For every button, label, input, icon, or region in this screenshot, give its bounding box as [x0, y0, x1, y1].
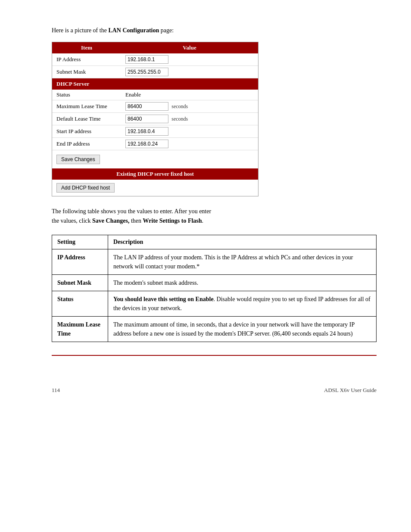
value-subnet-mask	[121, 66, 258, 78]
following-line1: The following table shows you the values…	[52, 208, 211, 215]
save-changes-bold: Save Changes,	[92, 218, 129, 224]
lan-config-screenshot: Item Value IP Address Subnet Mask DHCP S…	[52, 42, 258, 196]
intro-bold: LAN Configuration	[108, 27, 159, 34]
col-description: Description	[108, 235, 377, 249]
label-start-ip: Start IP address	[52, 125, 121, 138]
dhcp-section-header: DHCP Server	[52, 78, 258, 90]
desc-ip-address: The LAN IP address of your modem. This i…	[108, 249, 377, 274]
save-changes-button[interactable]: Save Changes	[56, 155, 100, 164]
intro-suffix: page:	[159, 27, 174, 34]
save-changes-area: Save Changes	[52, 150, 258, 168]
table-row: Subnet Mask The modem's subnet mask addr…	[52, 274, 377, 291]
setting-max-lease-time: Maximum Lease Time	[52, 316, 108, 342]
input-default-lease[interactable]	[125, 115, 168, 123]
desc-status: You should leave this setting on Enable.…	[108, 291, 377, 316]
label-end-ip: End IP address	[52, 138, 121, 150]
following-paragraph: The following table shows you the values…	[52, 207, 377, 226]
status-bold: You should leave this setting on Enable	[113, 296, 214, 302]
setting-status: Status	[52, 291, 108, 316]
value-end-ip	[121, 138, 258, 150]
table-row: Status You should leave this setting on …	[52, 291, 377, 316]
label-default-lease: Default Lease Time	[52, 113, 121, 125]
table-row: Maximum Lease Time The maximum amount of…	[52, 316, 377, 342]
dhcp-header-label: DHCP Server	[52, 78, 258, 90]
header-item: Item	[52, 42, 121, 53]
write-settings-bold: Write Settings to Flash	[143, 218, 202, 224]
fixed-host-area: Add DHCP fixed host	[52, 180, 258, 196]
fixed-host-header: Existing DHCP server fixed host	[52, 168, 258, 180]
seconds-label-max: seconds	[171, 103, 188, 109]
table-row: Default Lease Time seconds	[52, 113, 258, 125]
input-start-ip[interactable]	[125, 127, 168, 136]
label-status: Status	[52, 90, 121, 100]
table-row: Status Enable	[52, 90, 258, 100]
value-status: Enable	[121, 90, 258, 100]
table-row: IP Address	[52, 53, 258, 66]
input-subnet-mask[interactable]	[125, 68, 168, 76]
value-default-lease: seconds	[121, 113, 258, 125]
setting-ip-address: IP Address	[52, 249, 108, 274]
table-header-row: Item Value	[52, 42, 258, 53]
add-dhcp-fixed-host-button[interactable]: Add DHCP fixed host	[56, 183, 115, 193]
page-footer: 114 ADSL X6v User Guide	[52, 383, 377, 394]
label-ip-address: IP Address	[52, 53, 121, 66]
intro-prefix: Here is a picture of the	[52, 27, 108, 34]
value-ip-address	[121, 53, 258, 66]
value-max-lease: seconds	[121, 100, 258, 113]
following-line2: the values, click Save Changes, then Wri…	[52, 218, 203, 224]
table-row: Start IP address	[52, 125, 258, 138]
description-table: Setting Description IP Address The LAN I…	[52, 235, 377, 342]
table-row: IP Address The LAN IP address of your mo…	[52, 249, 377, 274]
desc-table-header-row: Setting Description	[52, 235, 377, 249]
intro-paragraph: Here is a picture of the LAN Configurati…	[52, 26, 377, 35]
table-row: Maximum Lease Time seconds	[52, 100, 258, 113]
label-max-lease: Maximum Lease Time	[52, 100, 121, 113]
header-value: Value	[121, 42, 258, 53]
desc-max-lease-time: The maximum amount of time, in seconds, …	[108, 316, 377, 342]
label-subnet-mask: Subnet Mask	[52, 66, 121, 78]
input-max-lease[interactable]	[125, 102, 168, 111]
input-ip-address[interactable]	[125, 55, 168, 64]
setting-subnet-mask: Subnet Mask	[52, 274, 108, 291]
guide-title: ADSL X6v User Guide	[324, 387, 377, 394]
table-row: End IP address	[52, 138, 258, 150]
desc-subnet-mask: The modem's subnet mask address.	[108, 274, 377, 291]
footer-divider: 114 ADSL X6v User Guide	[52, 355, 377, 394]
value-start-ip	[121, 125, 258, 138]
seconds-label-default: seconds	[171, 116, 188, 122]
table-row: Subnet Mask	[52, 66, 258, 78]
page-number: 114	[52, 387, 60, 394]
lan-config-table: Item Value IP Address Subnet Mask DHCP S…	[52, 42, 258, 150]
input-end-ip[interactable]	[125, 140, 168, 148]
col-setting: Setting	[52, 235, 108, 249]
